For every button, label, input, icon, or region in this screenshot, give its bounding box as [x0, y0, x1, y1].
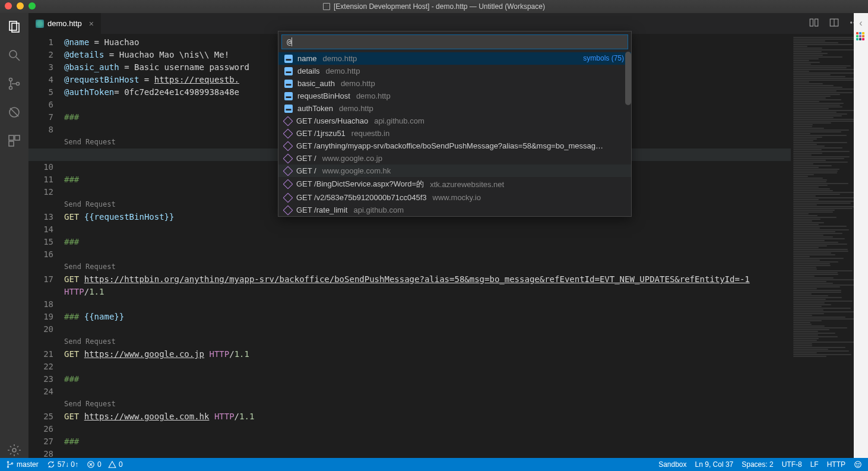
- quick-open-item[interactable]: ▬basic_authdemo.http: [278, 77, 631, 90]
- codelens-send-request[interactable]: Send Request: [64, 336, 791, 348]
- svg-point-26: [855, 461, 861, 468]
- code-line[interactable]: [64, 361, 791, 373]
- item-sub: www.google.com.hk: [322, 166, 391, 175]
- quick-open-input[interactable]: @: [281, 34, 628, 49]
- git-branch[interactable]: master: [6, 460, 39, 469]
- item-main: GET /users/Huachao: [296, 116, 368, 125]
- split-icon[interactable]: [829, 17, 840, 30]
- tab-demo-http[interactable]: demo.http ×: [28, 13, 102, 34]
- apps-grid-icon[interactable]: [856, 32, 866, 42]
- method-icon: [283, 153, 293, 163]
- method-icon: [283, 192, 293, 203]
- code-line[interactable]: [64, 385, 791, 398]
- code-line[interactable]: [64, 298, 791, 311]
- method-icon: [283, 116, 293, 126]
- sync-status[interactable]: 57↓ 0↑: [47, 460, 78, 469]
- extensions-icon[interactable]: [7, 133, 22, 148]
- debug-icon[interactable]: [7, 105, 22, 120]
- quick-open-item[interactable]: GET /BingDictService.aspx?Word=的xtk.azur…: [278, 177, 631, 191]
- code-line[interactable]: [64, 423, 791, 435]
- feedback-icon[interactable]: [854, 460, 862, 469]
- cursor-position[interactable]: Ln 9, Col 37: [695, 460, 734, 469]
- language-mode[interactable]: HTTP: [827, 460, 845, 469]
- svg-point-27: [857, 463, 857, 464]
- tab-label: demo.http: [47, 19, 82, 28]
- symbols-count[interactable]: symbols (75): [583, 54, 624, 62]
- svg-line-3: [16, 57, 20, 61]
- code-line[interactable]: [64, 248, 791, 261]
- field-icon: ▬: [284, 92, 293, 100]
- item-sub: demo.http: [341, 79, 375, 88]
- code-line[interactable]: GET https://httpbin.org/anything/myapp-s…: [64, 273, 791, 286]
- code-line[interactable]: ###: [64, 435, 791, 448]
- quick-open-item[interactable]: GET /1jrszu51requestb.in: [278, 127, 631, 140]
- item-main: GET /v2/583e75b9120000b71cc045f3: [296, 193, 427, 202]
- indentation[interactable]: Spaces: 2: [742, 460, 773, 469]
- item-main: basic_auth: [297, 79, 335, 88]
- code-line[interactable]: ### {{name}}: [64, 311, 791, 323]
- quick-open-item[interactable]: GET /users/Huachaoapi.github.com: [278, 115, 631, 127]
- quick-open-item[interactable]: GET /v2/583e75b9120000b71cc045f3www.mock…: [278, 191, 631, 204]
- explorer-icon[interactable]: [7, 19, 22, 34]
- codelens-send-request[interactable]: Send Request: [64, 261, 791, 273]
- close-icon[interactable]: ×: [89, 19, 94, 29]
- item-sub: www.mocky.io: [433, 193, 481, 202]
- field-icon: ▬: [284, 105, 293, 113]
- quick-open-item[interactable]: GET /rate_limitapi.github.com: [278, 204, 631, 216]
- compare-icon[interactable]: [809, 17, 819, 30]
- maximize-window[interactable]: [28, 2, 36, 10]
- code-line[interactable]: [64, 223, 791, 236]
- method-icon: [283, 179, 293, 189]
- field-icon: ▬: [284, 67, 293, 75]
- code-line[interactable]: ###: [64, 236, 791, 248]
- method-icon: [283, 141, 293, 151]
- encoding[interactable]: UTF-8: [782, 460, 802, 469]
- code-line[interactable]: GET https://www.google.com.hk HTTP/1.1: [64, 410, 791, 423]
- quick-open-item[interactable]: ▬namedemo.http: [278, 52, 631, 65]
- code-line[interactable]: [64, 448, 791, 458]
- close-window[interactable]: [5, 2, 12, 10]
- svg-point-20: [7, 461, 8, 463]
- item-sub: demo.http: [323, 54, 357, 63]
- quick-open-item[interactable]: GET /www.google.co.jp: [278, 152, 631, 165]
- item-main: GET /: [296, 154, 316, 163]
- eol[interactable]: LF: [810, 460, 819, 469]
- code-line[interactable]: HTTP/1.1: [64, 286, 791, 298]
- quick-open-item[interactable]: ▬detailsdemo.http: [278, 65, 631, 77]
- item-main: requestBinHost: [297, 91, 350, 100]
- settings-icon[interactable]: [7, 442, 22, 458]
- code-line[interactable]: ###: [64, 373, 791, 385]
- quick-open-item[interactable]: ▬requestBinHostdemo.http: [278, 90, 631, 102]
- window-controls: [5, 2, 36, 10]
- item-main: authToken: [297, 104, 333, 113]
- document-icon: [323, 3, 330, 10]
- svg-point-2: [9, 50, 17, 58]
- quick-open-scrollbar[interactable]: [625, 52, 631, 105]
- code-line[interactable]: GET https://www.google.co.jp HTTP/1.1: [64, 348, 791, 361]
- code-line[interactable]: [64, 323, 791, 336]
- item-sub: api.github.com: [374, 116, 425, 125]
- chevron-left-icon[interactable]: ‹: [859, 18, 862, 29]
- item-sub: demo.http: [356, 91, 391, 100]
- line-gutter: 12345678 9101112 13141516 17 181920 2122…: [28, 34, 64, 458]
- item-main: GET /: [296, 166, 316, 175]
- item-sub: demo.http: [326, 67, 360, 75]
- field-icon: ▬: [284, 80, 293, 88]
- scm-icon[interactable]: [7, 76, 22, 91]
- quick-open-item[interactable]: GET /www.google.com.hk: [278, 165, 631, 177]
- svg-point-12: [12, 448, 16, 452]
- search-icon[interactable]: [7, 48, 22, 63]
- sandbox-status[interactable]: Sandbox: [658, 460, 686, 469]
- minimize-window[interactable]: [17, 2, 24, 10]
- quick-open-list: ▬namedemo.http▬detailsdemo.http▬basic_au…: [278, 52, 631, 216]
- quick-open-item[interactable]: ▬authTokendemo.http: [278, 102, 631, 115]
- codelens-send-request[interactable]: Send Request: [64, 398, 791, 410]
- quick-open-item[interactable]: GET /anything/myapp-srv/backoffice/boSen…: [278, 140, 631, 152]
- svg-rect-13: [810, 19, 813, 26]
- svg-point-4: [9, 78, 12, 81]
- window-title: [Extension Development Host] - demo.http…: [334, 2, 545, 11]
- method-icon: [283, 166, 293, 176]
- field-icon: ▬: [284, 55, 293, 63]
- problems-status[interactable]: 0 0: [87, 460, 123, 469]
- status-bar: master 57↓ 0↑ 0 0 Sandbox Ln 9, Col 37 S…: [0, 458, 868, 471]
